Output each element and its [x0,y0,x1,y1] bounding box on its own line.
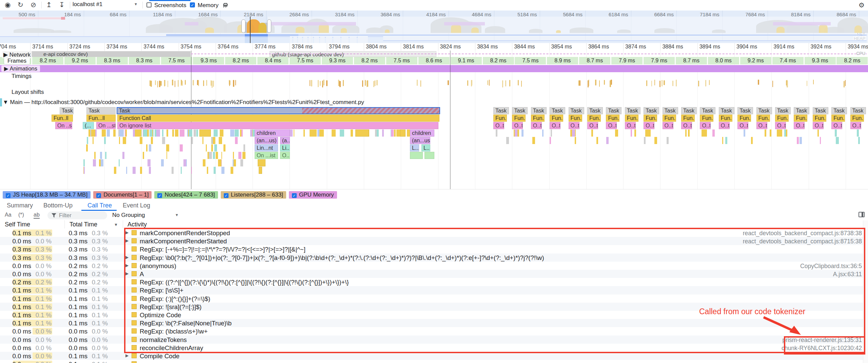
flame-bar[interactable]: Fun..ll [531,115,545,122]
frame-chip[interactable]: 8.7 ms [579,57,610,64]
flame-bar[interactable]: O..t [606,122,617,129]
source-link[interactable]: A.jsx:63:11 [833,271,862,278]
table-row[interactable]: 0.3 ms0.3 %0.3 ms0.3 %RegExp: [-+%=]=?|!… [0,245,868,253]
profile-select[interactable]: localhost #1 ▼ [73,1,140,9]
flame-bar[interactable]: Fun..ll [719,115,732,122]
flame-bar[interactable]: Fun..ll [756,115,770,122]
table-row[interactable]: 0.0 ms0.0 %0.1 ms0.1 %▶Compile Code [0,352,868,360]
save-profile-icon[interactable]: ↧ [59,1,65,9]
frame-chip[interactable]: 7.9 ms [644,57,675,64]
flame-bar[interactable]: Fun..ll [700,115,713,122]
expand-arrow-icon[interactable]: ▶ [125,238,129,243]
expand-arrow-icon[interactable]: ▶ [125,230,129,235]
flame-bar[interactable]: On ..st [55,122,72,129]
flame-bar[interactable]: O..t [644,122,654,129]
flame-bar[interactable]: Task [60,107,74,114]
expand-arrow-icon[interactable]: ▶ [125,271,129,276]
flame-bar[interactable]: Task [719,107,734,114]
overview-left-handle[interactable] [241,19,245,33]
memory-counter-chip[interactable]: ✓JS Heap[18.3 MB – 34.7 MB] [3,191,91,199]
grouping-select[interactable]: No Grouping [112,212,145,219]
frame-chip[interactable]: 9.2 ms [64,57,96,64]
flame-bar[interactable]: (an...us) [255,137,278,144]
flame-bar[interactable] [425,152,434,159]
tab-summary[interactable]: Summary [7,202,33,209]
table-row[interactable]: 0.0 ms0.0 %0.2 ms0.2 %▶AA.jsx:63:11 [0,270,868,278]
record-icon[interactable]: ◉ [5,1,11,9]
frame-chip[interactable]: 8.2 ms [32,57,63,64]
source-link[interactable]: react_devtools_backend_compact.js:8715:3… [743,238,862,245]
expand-arrow-icon[interactable]: ▶ [125,255,129,260]
flame-bar[interactable] [355,129,369,137]
flame-bar[interactable]: On ...ist [255,152,278,159]
flame-bar[interactable]: O..t [700,122,711,129]
flame-bar[interactable]: O..t [756,122,767,129]
flame-bar[interactable]: L...t [421,144,430,152]
flame-bar[interactable]: O..t [493,122,504,129]
tab-event-log[interactable]: Event Log [123,202,150,209]
table-row[interactable]: 0.3 ms0.3 %0.3 ms0.3 %▶RegExp: \b0(?:b(?… [0,254,868,262]
table-row[interactable]: 0.0 ms0.0 %0.0 ms0.0 %normalizeTokenspri… [0,336,868,344]
flame-bar[interactable]: On ...st [96,122,116,129]
timings-track-label[interactable]: Timings [12,73,32,80]
memory-counter-chip[interactable]: ✓Nodes[424 – 7 683] [154,191,218,199]
flame-bar[interactable]: Fun..ll [625,115,638,122]
flame-bar[interactable]: Fun..ll [681,115,695,122]
memory-counter-chip[interactable]: ✓Listeners[288 – 633] [221,191,286,199]
checked-checkbox-icon[interactable]: ✓ [292,193,297,198]
frame-chip[interactable]: 8.2 ms [225,57,256,64]
whole-word-toggle[interactable]: ab [34,212,40,219]
flame-bar[interactable]: Task [737,107,753,114]
load-profile-icon[interactable]: ↥ [46,1,52,9]
flame-bar[interactable]: Task [813,107,828,114]
flame-bar[interactable]: Task [587,107,603,114]
flame-bar[interactable]: Task [644,107,659,114]
flame-bar[interactable]: Fun..ll [52,115,73,122]
flame-bar[interactable]: L... [410,144,419,152]
table-row[interactable]: 0.1 ms0.1 %0.1 ms0.1 %RegExp: (:)[^:(){}… [0,295,868,303]
flame-bar[interactable]: O..t [531,122,542,129]
frame-chip[interactable]: 8.4 ms [257,57,289,64]
source-link[interactable]: CopyClipboard.tsx:36:5 [800,263,862,270]
flame-bar[interactable]: Task [569,107,584,114]
flame-bar[interactable]: Task [850,107,866,114]
timeline-overview[interactable]: NET HEAP 545 kB – 193 MB 500 ms184 ms684… [0,11,868,43]
flame-bar[interactable]: Task [775,107,791,114]
flame-bar[interactable]: Fun..ll [775,115,789,122]
flame-bar[interactable]: children [410,129,434,137]
table-row[interactable]: 0.1 ms0.1 %0.3 ms0.3 %▶markComponentRend… [0,229,868,237]
sort-arrow-icon[interactable]: ▼ [114,222,118,227]
chevron-down-icon[interactable]: ▼ [175,213,179,217]
flame-bar[interactable]: Fun..ll [587,115,601,122]
frame-chip[interactable]: 7.9 ms [611,57,643,64]
source-link[interactable]: chunk-RY6NLCXT.js:10230:42 [782,345,862,352]
flame-bar[interactable]: On ignore list [117,122,438,129]
table-row[interactable]: 0.1 ms0.1 %0.1 ms0.1 %RegExp: [\s\S]+ [0,286,868,294]
scrollbar[interactable] [863,220,868,363]
tab-bottom-up[interactable]: Bottom-Up [43,202,73,209]
match-case-toggle[interactable]: Aa [5,212,12,218]
frame-chip[interactable]: 8.0 ms [708,57,739,64]
table-row[interactable]: 0.0 ms0.0 %0.1 ms0.1 % [0,360,868,363]
flame-bar[interactable]: Fun..ll [831,115,845,122]
flame-bar[interactable]: Fun..ll [644,115,657,122]
flame-bar[interactable]: Task [700,107,715,114]
animations-band[interactable] [0,65,868,72]
flame-bar[interactable]: O..t [719,122,730,129]
animations-track-label[interactable]: ▶ Animations [1,65,40,72]
flame-bar[interactable]: Task [512,107,528,114]
flame-bar[interactable]: O...t [280,152,290,159]
checked-checkbox-icon[interactable]: ✓ [157,193,162,198]
flame-bar[interactable]: O..t [850,122,861,129]
flame-bar[interactable]: Fun..ll [813,115,826,122]
flame-bar[interactable]: Task [550,107,565,114]
flame-bar[interactable]: Fun..ll [794,115,807,122]
frame-chip[interactable]: 8.2 ms [483,57,514,64]
flame-bar[interactable]: Task [531,107,547,114]
flame-bar[interactable]: Lin...nt [255,144,278,152]
table-row[interactable]: 0.2 ms0.2 %0.2 ms0.2 %RegExp: ((?:^|[^{]… [0,278,868,286]
frame-chip[interactable]: 7.5 ms [386,57,417,64]
frame-chip[interactable]: 8.3 ms [129,57,160,64]
flame-bar[interactable]: O..t [737,122,748,129]
flame-bar[interactable]: Fun..ll [737,115,751,122]
